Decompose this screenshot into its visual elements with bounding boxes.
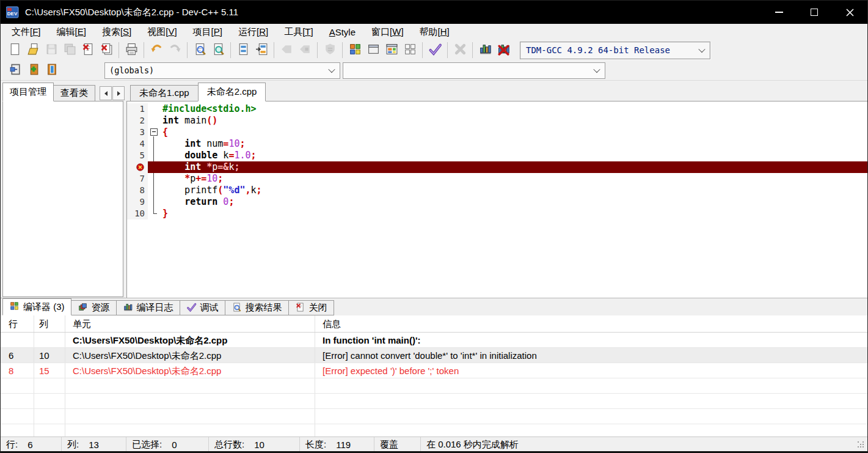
report-tab-调试[interactable]: 调试 [180, 300, 225, 315]
replace-all-button[interactable] [252, 41, 271, 59]
cell-empty [1, 394, 34, 408]
project-panel[interactable] [2, 101, 123, 297]
close-all-button[interactable] [97, 41, 115, 59]
report-tabs: 编译器 (3)资源编译日志调试搜索结果关闭 [1, 298, 867, 315]
toggle-bookmark-button[interactable] [24, 61, 42, 79]
line-number: 2 [127, 115, 148, 127]
insert-button[interactable] [5, 61, 24, 79]
undo-button[interactable] [147, 41, 166, 59]
menu-item-运行[interactable]: 运行[R] [230, 24, 276, 40]
code-text[interactable]: int num=10; [160, 138, 868, 150]
toolbar-buttons [5, 41, 512, 59]
maximize-button[interactable] [797, 1, 832, 24]
scroll-left-button[interactable] [100, 86, 112, 100]
left-tab-项目管理[interactable]: 项目管理 [2, 83, 54, 101]
find-button[interactable] [191, 41, 209, 59]
class-browser-toolbar: (globals) [1, 61, 867, 81]
line-number: 1 [127, 103, 148, 115]
nav-buttons [5, 61, 60, 79]
table-row-empty [1, 378, 867, 394]
close-icon [845, 8, 855, 17]
fold-margin[interactable] [148, 127, 160, 138]
code-text[interactable]: return 0; [160, 196, 868, 208]
menu-item-AStyle[interactable]: AStyle [321, 25, 363, 39]
table-row[interactable]: C:\Users\FX50\Desktop\未命名2.cppIn functio… [1, 333, 867, 348]
run-icon [367, 42, 381, 59]
cell-unit: C:\Users\FX50\Desktop\未命名2.cpp [65, 348, 315, 363]
menu-item-项目[interactable]: 项目[P] [185, 24, 230, 40]
code-text[interactable]: *p+=10; [160, 173, 868, 185]
report-tab-编译日志[interactable]: 编译日志 [116, 300, 180, 315]
report-tab-编译器[interactable]: 编译器 (3) [2, 298, 71, 315]
member-select[interactable] [343, 62, 605, 79]
status-列: 列:13 [62, 437, 126, 452]
close-button[interactable] [832, 1, 867, 24]
code-line-2: 2int main() [127, 115, 868, 127]
arrow-right-icon [117, 91, 120, 96]
menu-item-视图[interactable]: 视图[V] [139, 24, 184, 40]
editor-tab-未命名2.cpp[interactable]: 未命名2.cpp [198, 83, 266, 101]
compile-button[interactable] [346, 41, 364, 59]
editor-tab-未命名1.cpp[interactable]: 未命名1.cpp [130, 85, 199, 101]
menu-item-窗口[interactable]: 窗口[W] [363, 24, 412, 40]
cell-empty [34, 394, 65, 408]
cell-empty [34, 409, 65, 424]
line-number: 9 [127, 196, 148, 208]
report-tab-label: 关闭 [309, 302, 327, 314]
delete-profiling-button[interactable] [494, 41, 512, 59]
status-label: 总行数: [214, 439, 244, 451]
code-text[interactable]: int *p=&k; [160, 161, 868, 173]
menu-item-工具[interactable]: 工具[T] [276, 24, 321, 40]
debug-back-icon [280, 42, 294, 59]
chevron-down-icon [698, 46, 705, 53]
title-bar: DEV C:\Users\FX50\Desktop\未命名2.cpp - Dev… [1, 1, 867, 24]
compile-and-run-button[interactable] [382, 41, 401, 59]
compile-icon [348, 42, 362, 59]
profile-analysis-button[interactable] [476, 41, 494, 59]
code-text[interactable]: #include<stdio.h> [160, 103, 868, 115]
cell-col: 15 [34, 363, 65, 378]
scroll-right-button[interactable] [112, 86, 125, 100]
cell-message: [Error] expected ')' before ';' token [315, 363, 867, 378]
replace-button[interactable] [234, 41, 252, 59]
code-line-1: 1#include<stdio.h> [127, 103, 868, 115]
code-text[interactable]: int main() [160, 115, 868, 127]
table-row[interactable]: 815C:\Users\FX50\Desktop\未命名2.cpp[Error]… [1, 363, 867, 378]
goto-bookmark-button[interactable] [42, 61, 60, 79]
fold-toggle-icon[interactable] [150, 128, 158, 136]
code-text[interactable]: printf("%d",k; [160, 185, 868, 196]
table-row[interactable]: 610C:\Users\FX50\Desktop\未命名2.cpp[Error]… [1, 348, 867, 363]
resize-grip-icon[interactable] [858, 441, 865, 449]
compiler-select[interactable]: TDM-GCC 4.9.2 64-bit Release [520, 42, 710, 59]
cell-empty [315, 378, 867, 393]
rebuild-all-button[interactable] [401, 41, 419, 59]
find-in-files-button[interactable] [209, 41, 227, 59]
abort-compilation-button [451, 41, 469, 59]
report-tab-搜索结果[interactable]: 搜索结果 [225, 300, 289, 315]
report-tab-资源[interactable]: 资源 [71, 300, 117, 315]
syntax-check-button[interactable] [426, 41, 444, 59]
cell-message: In function 'int main()': [315, 333, 867, 347]
scope-select[interactable]: (globals) [104, 62, 340, 79]
cell-message: [Error] cannot convert 'double*' to 'int… [315, 348, 867, 363]
code-text[interactable]: { [160, 127, 868, 138]
menu-item-搜索[interactable]: 搜索[S] [94, 24, 139, 40]
new-source-file-button[interactable] [5, 41, 24, 59]
run-button[interactable] [364, 41, 382, 59]
menu-item-文件[interactable]: 文件[F] [4, 24, 49, 40]
save-all-icon [63, 42, 77, 59]
left-tab-查看类[interactable]: 查看类 [53, 85, 95, 101]
save-all-button [60, 41, 79, 59]
print-button[interactable] [122, 41, 140, 59]
menu-item-帮助[interactable]: 帮助[H] [412, 24, 458, 40]
close-file-button[interactable] [79, 41, 97, 59]
menu-item-编辑[interactable]: 编辑[E] [49, 24, 94, 40]
minimize-button[interactable] [761, 1, 797, 24]
code-text[interactable]: } [160, 208, 868, 219]
open-file-button[interactable] [24, 41, 42, 59]
code-line-10: 10} [127, 208, 868, 219]
compile-and-run-icon [385, 42, 399, 59]
report-tab-关闭[interactable]: 关闭 [288, 300, 334, 315]
redo-icon [168, 42, 182, 59]
code-text[interactable]: double k=1.0; [160, 150, 868, 161]
